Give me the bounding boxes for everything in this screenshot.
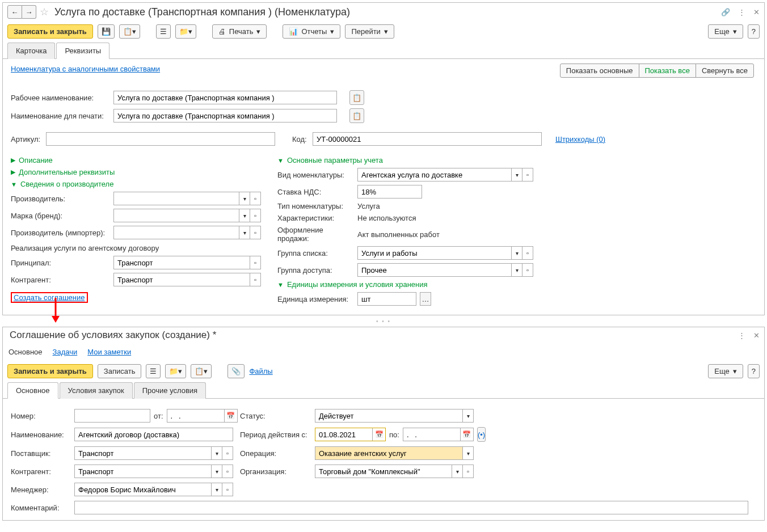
forward-button[interactable]: → bbox=[22, 5, 36, 19]
print-button[interactable]: 🖨 Печать ▾ bbox=[212, 24, 267, 39]
collapse-all-button[interactable]: Свернуть все bbox=[696, 64, 754, 78]
period-extra-icon[interactable]: (•) bbox=[477, 427, 486, 442]
access-group-input[interactable] bbox=[357, 263, 511, 277]
dropdown-icon[interactable]: ▾ bbox=[462, 446, 474, 460]
section-description[interactable]: ▶Описание bbox=[11, 156, 266, 164]
open-icon[interactable]: ▫ bbox=[522, 246, 533, 260]
help-button-bottom[interactable]: ? bbox=[748, 364, 760, 378]
open-icon[interactable]: ▫ bbox=[222, 446, 233, 460]
folder-button-bottom[interactable]: 📁▾ bbox=[165, 364, 186, 378]
period-from-input[interactable] bbox=[315, 428, 372, 441]
dropdown-icon[interactable]: ▾ bbox=[239, 226, 250, 239]
list-button[interactable]: ☰ bbox=[156, 24, 171, 39]
save-close-button-bottom[interactable]: Записать и закрыть bbox=[7, 364, 93, 378]
dropdown-icon[interactable]: ▾ bbox=[239, 192, 250, 205]
help-button[interactable]: ? bbox=[748, 24, 760, 39]
close-icon[interactable]: ✕ bbox=[753, 331, 760, 340]
vertical-scrollbar[interactable] bbox=[748, 65, 756, 309]
kebab-icon[interactable]: ⋮ bbox=[738, 8, 745, 16]
open-icon[interactable]: ▫ bbox=[250, 256, 261, 269]
section-manufacturer[interactable]: ▼Сведения о производителе bbox=[11, 180, 266, 188]
folder-button[interactable]: 📁▾ bbox=[175, 24, 196, 39]
link-icon[interactable]: 🔗 bbox=[721, 8, 730, 16]
date-from-input[interactable] bbox=[167, 409, 224, 423]
open-icon[interactable]: ▫ bbox=[222, 483, 233, 496]
kind-input[interactable] bbox=[357, 168, 511, 181]
vertical-scrollbar[interactable] bbox=[748, 404, 756, 514]
list-button-bottom[interactable]: ☰ bbox=[146, 364, 161, 378]
nav-notes[interactable]: Мои заметки bbox=[87, 348, 131, 356]
goto-button[interactable]: Перейти ▾ bbox=[345, 24, 394, 39]
dropdown-icon[interactable]: ▾ bbox=[211, 446, 222, 460]
calendar-icon[interactable]: 📅 bbox=[224, 409, 238, 423]
section-extra[interactable]: ▶Дополнительные реквизиты bbox=[11, 168, 266, 176]
splitter[interactable]: • • • bbox=[0, 318, 767, 324]
similar-link[interactable]: Номенклатура с аналогичными свойствами bbox=[11, 65, 160, 73]
dropdown-icon[interactable]: ▾ bbox=[511, 263, 522, 277]
dropdown-icon[interactable]: ▾ bbox=[462, 409, 474, 423]
show-all-button[interactable]: Показать все bbox=[639, 64, 696, 78]
open-icon[interactable]: ▫ bbox=[250, 273, 261, 286]
tab-props[interactable]: Реквизиты bbox=[56, 43, 109, 59]
save-button[interactable]: 💾 bbox=[98, 24, 115, 39]
supplier-input[interactable] bbox=[74, 446, 211, 460]
nav-main[interactable]: Основное bbox=[9, 348, 43, 356]
dropdown-icon[interactable]: ▾ bbox=[511, 168, 522, 181]
dropdown-icon[interactable]: ▾ bbox=[452, 465, 462, 478]
save-button-bottom[interactable]: Записать bbox=[98, 364, 142, 378]
reports-button[interactable]: 📊 Отчеты ▾ bbox=[283, 24, 340, 39]
manufacturer-input[interactable] bbox=[113, 192, 239, 205]
tab-card[interactable]: Карточка bbox=[7, 43, 55, 59]
work-name-input[interactable] bbox=[113, 91, 337, 104]
print-name-input[interactable] bbox=[113, 109, 337, 123]
open-icon[interactable]: ▫ bbox=[250, 192, 261, 205]
principal-input[interactable] bbox=[113, 256, 250, 269]
barcodes-link[interactable]: Штрихкоды (0) bbox=[555, 135, 605, 143]
create-agreement-link[interactable]: Создать соглашение bbox=[14, 293, 85, 302]
favorite-star-icon[interactable]: ☆ bbox=[40, 6, 49, 18]
dropdown-icon[interactable]: ▾ bbox=[239, 209, 250, 222]
copy-button[interactable]: 📋▾ bbox=[119, 24, 140, 39]
importer-input[interactable] bbox=[113, 226, 239, 239]
open-icon[interactable]: ▫ bbox=[522, 168, 533, 181]
open-icon[interactable]: ▫ bbox=[522, 263, 533, 277]
tab-main[interactable]: Основное bbox=[7, 382, 58, 399]
copy-print-name-icon[interactable]: 📋 bbox=[349, 108, 364, 123]
counterparty-input[interactable] bbox=[113, 273, 250, 286]
name-input[interactable] bbox=[74, 428, 233, 441]
brand-input[interactable] bbox=[113, 209, 239, 222]
operation-input[interactable] bbox=[315, 446, 462, 460]
copy-button-bottom[interactable]: 📋▾ bbox=[191, 364, 212, 378]
tab-conditions[interactable]: Условия закупок bbox=[60, 382, 133, 399]
section-units[interactable]: ▼Единицы измерения и условия хранения bbox=[277, 280, 748, 289]
status-input[interactable] bbox=[315, 409, 462, 423]
period-to-input[interactable] bbox=[403, 428, 460, 441]
kebab-icon[interactable]: ⋮ bbox=[738, 331, 745, 340]
more-button[interactable]: Еще ▾ bbox=[708, 24, 743, 39]
open-icon[interactable]: ▫ bbox=[250, 209, 261, 222]
article-input[interactable] bbox=[46, 132, 275, 146]
nav-tasks[interactable]: Задачи bbox=[53, 348, 78, 356]
files-link[interactable]: Файлы bbox=[249, 367, 272, 375]
counterparty-input-bottom[interactable] bbox=[74, 465, 211, 478]
back-button[interactable]: ← bbox=[7, 5, 22, 19]
tab-other[interactable]: Прочие условия bbox=[134, 382, 206, 399]
section-main-params[interactable]: ▼Основные параметры учета bbox=[277, 156, 748, 164]
dropdown-icon[interactable]: ▾ bbox=[511, 246, 522, 260]
open-icon[interactable]: ▫ bbox=[462, 465, 474, 478]
manager-input[interactable] bbox=[74, 483, 211, 496]
number-input[interactable] bbox=[74, 409, 150, 423]
vat-input[interactable] bbox=[357, 185, 422, 199]
more-button-bottom[interactable]: Еще ▾ bbox=[708, 364, 743, 378]
copy-name-icon[interactable]: 📋 bbox=[349, 90, 364, 105]
calendar-icon[interactable]: 📅 bbox=[460, 428, 474, 441]
attach-button[interactable]: 📎 bbox=[227, 364, 245, 378]
save-close-button[interactable]: Записать и закрыть bbox=[7, 24, 93, 39]
dropdown-icon[interactable]: ▾ bbox=[211, 483, 222, 496]
code-input[interactable] bbox=[313, 132, 542, 146]
organization-input[interactable] bbox=[315, 465, 452, 478]
show-main-button[interactable]: Показать основные bbox=[560, 64, 639, 78]
open-icon[interactable]: ▫ bbox=[222, 465, 233, 478]
close-icon[interactable]: ✕ bbox=[753, 8, 760, 16]
open-icon[interactable]: ▫ bbox=[250, 226, 261, 239]
